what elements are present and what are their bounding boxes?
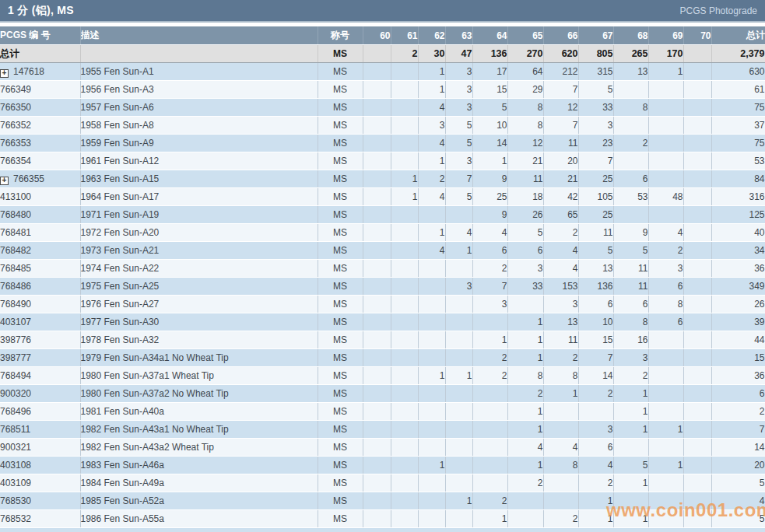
grade-68-cell: [613, 152, 648, 170]
grade-68-cell: [613, 206, 648, 224]
description-cell: 1964 Fen Sun-A17: [80, 188, 318, 206]
grade-69-cell: [648, 367, 683, 385]
grade-69-cell: 1: [648, 63, 683, 81]
grade-65-cell: 1: [507, 313, 543, 331]
grade-68-cell: 8: [613, 313, 648, 331]
grade-70-cell: [683, 385, 711, 403]
coin-row: 4031071977 Fen Sun-A30MS113108639: [0, 313, 765, 331]
description-cell: 1978 Fen Sun-A32: [80, 331, 318, 349]
total-cell: 5: [711, 474, 765, 492]
pcgs-number: 403108: [0, 460, 31, 471]
photograde-link[interactable]: PCGS Photograde: [680, 5, 757, 16]
designation-cell: MS: [318, 510, 363, 528]
grade-67-cell: 1: [578, 492, 613, 510]
totals-designation-cell: MS: [318, 45, 363, 63]
grade-63-cell: 4: [445, 224, 472, 242]
grade-70-cell: [683, 152, 711, 170]
grade-65-cell: 29: [507, 81, 543, 99]
designation-cell: MS: [318, 278, 363, 296]
grade-62-cell: 1: [418, 81, 445, 99]
grade-65-cell: 1: [507, 421, 543, 439]
designation-cell: MS: [318, 81, 363, 99]
grade-66-cell: 7: [543, 117, 578, 135]
grade-68-cell: 2: [613, 367, 648, 385]
totals-row: 总计MS230471362706208052651702,379: [0, 45, 765, 63]
total-cell: 125: [711, 206, 765, 224]
grade-69-cell: 48: [648, 188, 683, 206]
pcgs-number: 900320: [0, 388, 31, 399]
grade-64-cell: 25: [472, 188, 507, 206]
description-cell: 1956 Fen Sun-A3: [80, 81, 318, 99]
pcgs-number: 768480: [0, 209, 31, 220]
grade-64-cell: 9: [472, 206, 507, 224]
grade-65-cell: 2: [507, 385, 543, 403]
grade-61-cell: [391, 135, 418, 152]
grade-63-cell: [445, 474, 472, 492]
grade-63-cell: [445, 457, 472, 474]
grade-67-cell: 10: [578, 313, 613, 331]
grade-69-cell: [648, 81, 683, 99]
grade-66-cell: 1: [543, 385, 578, 403]
grade-66-cell: 8: [543, 367, 578, 385]
grade-65-cell: 1: [507, 349, 543, 367]
grade-66-cell: [543, 421, 578, 439]
pcgs-number: 766349: [0, 84, 31, 95]
grade-70-cell: [683, 117, 711, 135]
grade-60-cell: [363, 117, 391, 135]
grade-63-cell: 1: [445, 492, 472, 510]
designation-cell: MS: [318, 170, 363, 188]
pcgs-number: 766350: [0, 102, 31, 113]
grade-61-cell: 1: [391, 188, 418, 206]
coin-row: 7663541961 Fen Sun-A12MS1312120753: [0, 152, 765, 170]
grade-63-cell: 5: [445, 135, 472, 152]
pcgs-number-cell: 398776: [0, 331, 80, 349]
expand-icon[interactable]: +: [0, 177, 9, 185]
grade-62-cell: 1: [418, 224, 445, 242]
grade-68-cell: 1: [613, 403, 648, 421]
pcgs-number-cell: 768494: [0, 367, 80, 385]
designation-cell: MS: [318, 99, 363, 117]
column-header-grade-70: 70: [683, 26, 711, 45]
grade-66-cell: [543, 474, 578, 492]
grade-62-cell: [418, 474, 445, 492]
grade-64-cell: [472, 313, 507, 331]
totals-grade-68-cell: 265: [613, 45, 648, 63]
grade-60-cell: [363, 206, 391, 224]
grade-61-cell: [391, 367, 418, 385]
expand-icon[interactable]: +: [0, 69, 9, 78]
pcgs-number: 768532: [0, 513, 31, 524]
grade-60-cell: [363, 439, 391, 457]
grade-67-cell: 2: [578, 385, 613, 403]
pcgs-number-cell: 766352: [0, 117, 80, 135]
grade-60-cell: [363, 313, 391, 331]
grade-61-cell: [391, 278, 418, 296]
grade-61-cell: [391, 510, 418, 528]
grade-60-cell: [363, 296, 391, 313]
grade-70-cell: [683, 81, 711, 99]
grade-70-cell: [683, 224, 711, 242]
coin-row: 7663521958 Fen Sun-A8MS351087337: [0, 117, 765, 135]
pcgs-number: 766352: [0, 120, 31, 131]
grade-60-cell: [363, 188, 391, 206]
grade-66-cell: 2: [543, 349, 578, 367]
grade-64-cell: 9: [472, 170, 507, 188]
column-header-designation: 称号: [318, 26, 363, 45]
coin-row: 4031081983 Fen Sun-A46aMS11845120: [0, 457, 765, 474]
grade-63-cell: [445, 313, 472, 331]
grade-60-cell: [363, 260, 391, 278]
grade-67-cell: 25: [578, 170, 613, 188]
grade-64-cell: 17: [472, 63, 507, 81]
total-cell: 34: [711, 242, 765, 260]
grade-63-cell: 5: [445, 188, 472, 206]
grade-68-cell: 53: [613, 188, 648, 206]
grade-60-cell: [363, 99, 391, 117]
totals-grade-63-cell: 47: [445, 45, 472, 63]
description-cell: 1980 Fen Sun-A37a2 No Wheat Tip: [80, 385, 318, 403]
grade-68-cell: 3: [613, 349, 648, 367]
grade-62-cell: [418, 385, 445, 403]
grade-61-cell: [391, 224, 418, 242]
pcgs-number-cell: 768481: [0, 224, 80, 242]
grade-60-cell: [363, 403, 391, 421]
coin-row: 7684801971 Fen Sun-A19MS9266525125: [0, 206, 765, 224]
grade-69-cell: [648, 99, 683, 117]
